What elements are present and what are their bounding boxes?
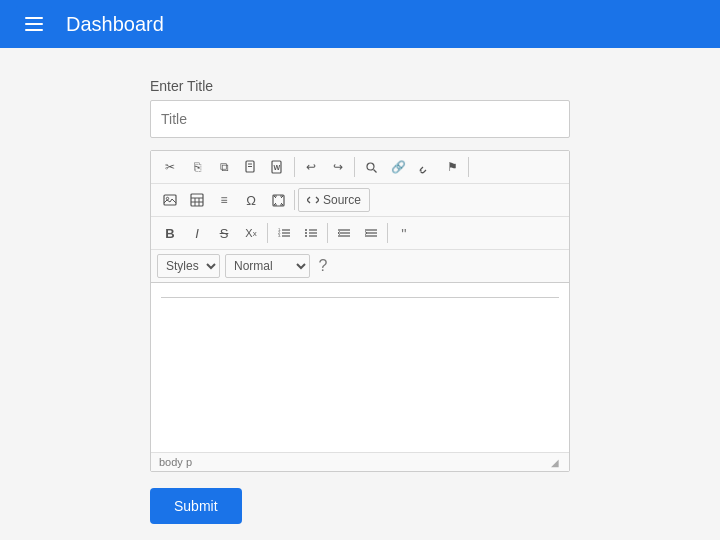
svg-point-27 xyxy=(305,235,307,237)
maximize-button[interactable] xyxy=(265,188,291,212)
find-button[interactable] xyxy=(358,155,384,179)
copy-button[interactable]: ⎘ xyxy=(184,155,210,179)
unordered-list-button[interactable] xyxy=(298,221,324,245)
italic-button[interactable]: I xyxy=(184,221,210,245)
styles-select[interactable]: Styles xyxy=(157,254,220,278)
toolbar-sep-3 xyxy=(468,157,469,177)
main-content: Enter Title ✂ ⎘ ⧉ W ↩ ↪ xyxy=(0,48,720,540)
anchor-button[interactable]: ⚑ xyxy=(439,155,465,179)
subscript-button[interactable]: Xx xyxy=(238,221,264,245)
blockquote-button[interactable]: " xyxy=(391,221,417,245)
paste-button[interactable]: ⧉ xyxy=(211,155,237,179)
svg-point-25 xyxy=(305,229,307,231)
svg-point-5 xyxy=(367,163,374,170)
toolbar-sep-5 xyxy=(267,223,268,243)
link-button[interactable]: 🔗 xyxy=(385,155,411,179)
title-label: Enter Title xyxy=(150,78,570,94)
undo-button[interactable]: ↩ xyxy=(298,155,324,179)
hr-button[interactable]: ≡ xyxy=(211,188,237,212)
submit-button[interactable]: Submit xyxy=(150,488,242,524)
toolbar-sep-4 xyxy=(294,190,295,210)
form-container: Enter Title ✂ ⎘ ⧉ W ↩ ↪ xyxy=(150,78,570,524)
source-button[interactable]: Source xyxy=(298,188,370,212)
svg-point-9 xyxy=(166,197,168,199)
app-header: Dashboard xyxy=(0,0,720,48)
redo-button[interactable]: ↪ xyxy=(325,155,351,179)
svg-rect-10 xyxy=(191,194,203,206)
toolbar-row-3: B I S Xx 1.2.3. " xyxy=(151,217,569,250)
title-input[interactable] xyxy=(150,100,570,138)
svg-text:3.: 3. xyxy=(278,233,281,238)
resize-handle[interactable]: ◢ xyxy=(551,457,561,467)
svg-line-6 xyxy=(373,169,376,172)
cut-button[interactable]: ✂ xyxy=(157,155,183,179)
toolbar-row-1: ✂ ⎘ ⧉ W ↩ ↪ 🔗 xyxy=(151,151,569,184)
format-select[interactable]: Normal Heading 1 Heading 2 Heading 3 xyxy=(225,254,310,278)
image-button[interactable] xyxy=(157,188,183,212)
indent-button[interactable] xyxy=(358,221,384,245)
outdent-button[interactable] xyxy=(331,221,357,245)
toolbar-sep-6 xyxy=(327,223,328,243)
svg-point-26 xyxy=(305,232,307,234)
paste-word-button[interactable]: W xyxy=(265,155,291,179)
table-button[interactable] xyxy=(184,188,210,212)
toolbar-sep-1 xyxy=(294,157,295,177)
bold-button[interactable]: B xyxy=(157,221,183,245)
editor-content[interactable] xyxy=(151,283,569,453)
paste-text-button[interactable] xyxy=(238,155,264,179)
editor-status-text: body p xyxy=(159,456,192,468)
toolbar-row-4: Styles Normal Heading 1 Heading 2 Headin… xyxy=(151,250,569,283)
toolbar-sep-7 xyxy=(387,223,388,243)
source-label: Source xyxy=(323,193,361,207)
special-char-button[interactable]: Ω xyxy=(238,188,264,212)
toolbar-sep-2 xyxy=(354,157,355,177)
help-button[interactable]: ? xyxy=(311,254,335,278)
svg-rect-8 xyxy=(164,195,176,205)
svg-text:W: W xyxy=(274,164,281,171)
app-title: Dashboard xyxy=(66,13,164,36)
ordered-list-button[interactable]: 1.2.3. xyxy=(271,221,297,245)
editor-wrapper: ✂ ⎘ ⧉ W ↩ ↪ 🔗 xyxy=(150,150,570,472)
toolbar-row-2: ≡ Ω Source xyxy=(151,184,569,217)
menu-icon[interactable] xyxy=(16,6,52,42)
unlink-button[interactable] xyxy=(412,155,438,179)
editor-statusbar: body p ◢ xyxy=(151,453,569,471)
strikethrough-button[interactable]: S xyxy=(211,221,237,245)
